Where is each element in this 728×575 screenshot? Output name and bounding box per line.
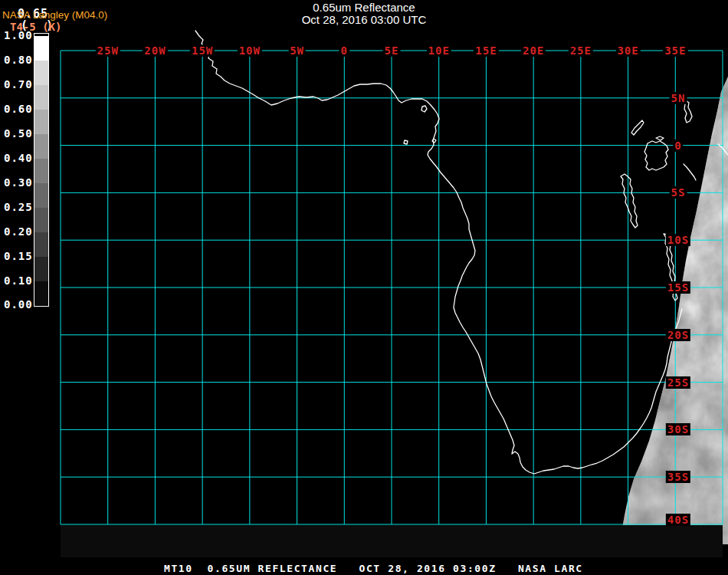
- footer-caption: MT10 0.65UM REFLECTANCE OCT 28, 2016 03:…: [164, 563, 583, 574]
- colorbar-segment: [34, 183, 48, 208]
- lat-label-25S: 25S: [666, 376, 690, 389]
- coastline-lake-kyoga: [656, 136, 664, 140]
- colorbar-tick-label: 0.15: [4, 251, 33, 261]
- lon-label-25W: 25W: [96, 44, 120, 57]
- page-title: 0.65um Reflectance: [4, 2, 724, 14]
- lat-label-20S: 20S: [666, 329, 690, 341]
- coastlines: [195, 31, 728, 474]
- noise-strip: [61, 525, 723, 557]
- lat-label-15S: 15S: [666, 281, 690, 294]
- colorbar-tick-label: 0.80: [4, 54, 33, 65]
- colorbar-tick-label: 0.00: [4, 299, 33, 310]
- page-subtitle: Oct 28, 2016 03:00 UTC: [4, 14, 724, 26]
- colorbar-tick-label: 0.50: [4, 128, 33, 139]
- lon-label-15W: 15W: [190, 44, 215, 57]
- colorbar-segment: [34, 159, 48, 183]
- lat-label-10S: 10S: [666, 234, 690, 246]
- coastline-bioko-island: [421, 106, 427, 112]
- coastline-sao-tome-island: [404, 140, 408, 144]
- satellite-image-page: 25W20W15W10W5W05E10E15E20E25E30E35E5N05S…: [0, 0, 728, 575]
- lon-label-15E: 15E: [474, 44, 498, 57]
- satellite-map: [0, 0, 728, 575]
- colorbar-segment: [34, 36, 48, 61]
- nasa-langley-credit: NASA Langley (M04.0): [2, 9, 107, 21]
- colorbar-segment: [34, 85, 48, 110]
- colorbar-tick-label: 0.25: [4, 202, 33, 212]
- latlon-gridlines: [61, 51, 723, 524]
- lat-label-40S: 40S: [666, 514, 690, 526]
- lon-label-10W: 10W: [238, 44, 262, 57]
- colorbar-segment: [34, 110, 48, 134]
- colorbar-segment: [34, 257, 48, 281]
- lon-label-25E: 25E: [569, 44, 593, 57]
- coastline-lake-tanganyika: [621, 174, 638, 228]
- lon-label-0: 0: [339, 44, 349, 57]
- colorbar-gradient-bar: [34, 33, 49, 307]
- colorbar-tick-label: 0.20: [4, 226, 33, 237]
- lat-label-30S: 30S: [666, 423, 690, 435]
- colorbar-segment: [34, 232, 48, 257]
- coastline-principe-island: [432, 139, 436, 143]
- lat-label-0: 0: [673, 140, 683, 152]
- coastline-kenya-coast: [684, 164, 696, 180]
- title-block: 0.65um Reflectance Oct 28, 2016 03:00 UT…: [4, 2, 724, 26]
- colorbar-segment: [34, 61, 48, 85]
- lon-label-20W: 20W: [143, 44, 167, 57]
- coastline-lake-albert: [631, 120, 644, 135]
- lon-label-5W: 5W: [288, 44, 306, 57]
- lat-label-5N: 5N: [670, 92, 687, 104]
- colorbar-tick-label: 0.10: [4, 275, 33, 286]
- lon-label-30E: 30E: [615, 44, 640, 57]
- colorbar-tick-label: 0.60: [4, 104, 33, 114]
- lon-label-10E: 10E: [427, 44, 451, 57]
- colorbar-tick-label: 0.30: [4, 177, 33, 188]
- lon-label-35E: 35E: [663, 44, 687, 57]
- lat-label-5S: 5S: [670, 186, 687, 199]
- lon-label-5E: 5E: [383, 44, 401, 57]
- colorbar-tick-label: 0.40: [4, 153, 33, 163]
- colorbar-segment: [34, 208, 48, 232]
- t4-5-product-label: T4-5 (K): [10, 21, 61, 33]
- lat-label-35S: 35S: [666, 471, 690, 483]
- colorbar-segment: [34, 281, 48, 305]
- lon-label-20E: 20E: [521, 44, 546, 57]
- colorbar-segment: [34, 134, 48, 159]
- colorbar-tick-label: 0.70: [4, 79, 33, 90]
